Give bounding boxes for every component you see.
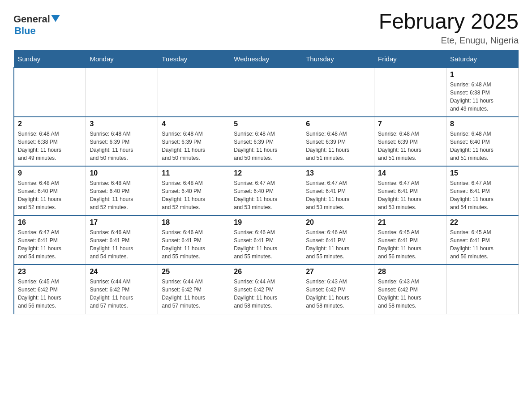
day-number: 15 [450, 169, 515, 177]
calendar-cell [302, 68, 374, 117]
day-info: Sunrise: 6:48 AM Sunset: 6:40 PM Dayligh… [90, 179, 154, 211]
calendar-cell: 5Sunrise: 6:48 AM Sunset: 6:39 PM Daylig… [230, 117, 302, 166]
day-number: 5 [234, 120, 298, 128]
calendar-subtitle: Ete, Enugu, Nigeria [379, 35, 519, 46]
day-number: 26 [234, 268, 298, 276]
day-info: Sunrise: 6:48 AM Sunset: 6:39 PM Dayligh… [90, 130, 154, 162]
calendar-cell: 16Sunrise: 6:47 AM Sunset: 6:41 PM Dayli… [14, 215, 86, 265]
calendar-cell [446, 265, 519, 314]
day-number: 9 [18, 169, 82, 177]
calendar-cell: 9Sunrise: 6:48 AM Sunset: 6:40 PM Daylig… [14, 166, 86, 215]
day-info: Sunrise: 6:46 AM Sunset: 6:41 PM Dayligh… [90, 228, 154, 261]
calendar-cell: 12Sunrise: 6:47 AM Sunset: 6:40 PM Dayli… [230, 166, 302, 215]
calendar-cell: 2Sunrise: 6:48 AM Sunset: 6:38 PM Daylig… [14, 117, 86, 166]
day-number: 21 [378, 218, 442, 227]
day-number: 4 [162, 120, 226, 128]
day-number: 10 [90, 169, 154, 177]
week-row-5: 23Sunrise: 6:45 AM Sunset: 6:42 PM Dayli… [14, 265, 519, 314]
logo-text-general: General [13, 13, 50, 25]
day-info: Sunrise: 6:46 AM Sunset: 6:41 PM Dayligh… [234, 228, 298, 261]
weekday-header-wednesday: Wednesday [230, 51, 302, 68]
day-info: Sunrise: 6:47 AM Sunset: 6:41 PM Dayligh… [450, 179, 515, 211]
day-info: Sunrise: 6:48 AM Sunset: 6:39 PM Dayligh… [162, 130, 226, 162]
logo-text-blue: Blue [14, 25, 36, 36]
day-info: Sunrise: 6:48 AM Sunset: 6:39 PM Dayligh… [306, 130, 370, 162]
calendar-cell: 15Sunrise: 6:47 AM Sunset: 6:41 PM Dayli… [446, 166, 519, 215]
week-row-4: 16Sunrise: 6:47 AM Sunset: 6:41 PM Dayli… [14, 215, 519, 265]
day-number: 17 [90, 218, 154, 227]
weekday-header-tuesday: Tuesday [158, 51, 230, 68]
weekday-header-row: SundayMondayTuesdayWednesdayThursdayFrid… [14, 51, 519, 68]
calendar-cell: 19Sunrise: 6:46 AM Sunset: 6:41 PM Dayli… [230, 215, 302, 265]
day-number: 25 [162, 268, 226, 276]
calendar-cell: 14Sunrise: 6:47 AM Sunset: 6:41 PM Dayli… [374, 166, 446, 215]
day-info: Sunrise: 6:45 AM Sunset: 6:42 PM Dayligh… [18, 278, 82, 310]
day-info: Sunrise: 6:47 AM Sunset: 6:41 PM Dayligh… [306, 179, 370, 211]
calendar-cell: 1Sunrise: 6:48 AM Sunset: 6:38 PM Daylig… [446, 68, 519, 117]
calendar-cell: 17Sunrise: 6:46 AM Sunset: 6:41 PM Dayli… [86, 215, 158, 265]
calendar-cell: 28Sunrise: 6:43 AM Sunset: 6:42 PM Dayli… [374, 265, 446, 314]
calendar-cell: 18Sunrise: 6:46 AM Sunset: 6:41 PM Dayli… [158, 215, 230, 265]
day-number: 27 [306, 268, 370, 276]
day-number: 3 [90, 120, 154, 128]
day-info: Sunrise: 6:45 AM Sunset: 6:41 PM Dayligh… [378, 228, 442, 261]
day-info: Sunrise: 6:43 AM Sunset: 6:42 PM Dayligh… [306, 278, 370, 310]
day-info: Sunrise: 6:45 AM Sunset: 6:41 PM Dayligh… [450, 228, 515, 261]
calendar-cell: 3Sunrise: 6:48 AM Sunset: 6:39 PM Daylig… [86, 117, 158, 166]
calendar-cell: 24Sunrise: 6:44 AM Sunset: 6:42 PM Dayli… [86, 265, 158, 314]
day-info: Sunrise: 6:44 AM Sunset: 6:42 PM Dayligh… [234, 278, 298, 310]
day-info: Sunrise: 6:47 AM Sunset: 6:41 PM Dayligh… [378, 179, 442, 211]
calendar-cell: 4Sunrise: 6:48 AM Sunset: 6:39 PM Daylig… [158, 117, 230, 166]
calendar-cell: 11Sunrise: 6:48 AM Sunset: 6:40 PM Dayli… [158, 166, 230, 215]
day-info: Sunrise: 6:44 AM Sunset: 6:42 PM Dayligh… [90, 278, 154, 310]
day-info: Sunrise: 6:48 AM Sunset: 6:40 PM Dayligh… [450, 130, 515, 162]
day-info: Sunrise: 6:48 AM Sunset: 6:38 PM Dayligh… [450, 81, 515, 113]
calendar-cell [14, 68, 86, 117]
day-info: Sunrise: 6:44 AM Sunset: 6:42 PM Dayligh… [162, 278, 226, 310]
calendar-header: SundayMondayTuesdayWednesdayThursdayFrid… [14, 51, 519, 68]
day-number: 11 [162, 169, 226, 177]
page-header: General Blue February 2025 Ete, Enugu, N… [13, 9, 519, 46]
calendar-cell: 23Sunrise: 6:45 AM Sunset: 6:42 PM Dayli… [14, 265, 86, 314]
calendar-cell [374, 68, 446, 117]
weekday-header-thursday: Thursday [302, 51, 374, 68]
day-number: 23 [18, 268, 82, 276]
day-number: 13 [306, 169, 370, 177]
day-info: Sunrise: 6:46 AM Sunset: 6:41 PM Dayligh… [306, 228, 370, 261]
day-info: Sunrise: 6:48 AM Sunset: 6:38 PM Dayligh… [18, 130, 82, 162]
day-info: Sunrise: 6:48 AM Sunset: 6:40 PM Dayligh… [18, 179, 82, 211]
weekday-header-friday: Friday [374, 51, 446, 68]
weekday-header-monday: Monday [86, 51, 158, 68]
title-block: February 2025 Ete, Enugu, Nigeria [379, 9, 519, 46]
week-row-2: 2Sunrise: 6:48 AM Sunset: 6:38 PM Daylig… [14, 117, 519, 166]
calendar-cell: 13Sunrise: 6:47 AM Sunset: 6:41 PM Dayli… [302, 166, 374, 215]
weekday-header-saturday: Saturday [446, 51, 519, 68]
day-number: 22 [450, 218, 515, 227]
day-number: 14 [378, 169, 442, 177]
calendar-table: SundayMondayTuesdayWednesdayThursdayFrid… [13, 50, 519, 314]
day-number: 24 [90, 268, 154, 276]
week-row-3: 9Sunrise: 6:48 AM Sunset: 6:40 PM Daylig… [14, 166, 519, 215]
calendar-cell: 7Sunrise: 6:48 AM Sunset: 6:39 PM Daylig… [374, 117, 446, 166]
logo: General Blue [13, 13, 60, 37]
logo-icon: General Blue [13, 13, 60, 37]
day-number: 8 [450, 120, 515, 128]
calendar-title: February 2025 [379, 9, 519, 34]
calendar-cell [86, 68, 158, 117]
calendar-body: 1Sunrise: 6:48 AM Sunset: 6:38 PM Daylig… [14, 68, 519, 314]
day-number: 20 [306, 218, 370, 227]
calendar-cell: 20Sunrise: 6:46 AM Sunset: 6:41 PM Dayli… [302, 215, 374, 265]
day-number: 7 [378, 120, 442, 128]
week-row-1: 1Sunrise: 6:48 AM Sunset: 6:38 PM Daylig… [14, 68, 519, 117]
day-number: 16 [18, 218, 82, 227]
day-info: Sunrise: 6:46 AM Sunset: 6:41 PM Dayligh… [162, 228, 226, 261]
day-info: Sunrise: 6:47 AM Sunset: 6:41 PM Dayligh… [18, 228, 82, 261]
calendar-cell: 27Sunrise: 6:43 AM Sunset: 6:42 PM Dayli… [302, 265, 374, 314]
calendar-cell [158, 68, 230, 117]
calendar-cell: 6Sunrise: 6:48 AM Sunset: 6:39 PM Daylig… [302, 117, 374, 166]
day-number: 28 [378, 268, 442, 276]
calendar-cell: 21Sunrise: 6:45 AM Sunset: 6:41 PM Dayli… [374, 215, 446, 265]
calendar-cell: 26Sunrise: 6:44 AM Sunset: 6:42 PM Dayli… [230, 265, 302, 314]
calendar-cell: 25Sunrise: 6:44 AM Sunset: 6:42 PM Dayli… [158, 265, 230, 314]
day-number: 12 [234, 169, 298, 177]
